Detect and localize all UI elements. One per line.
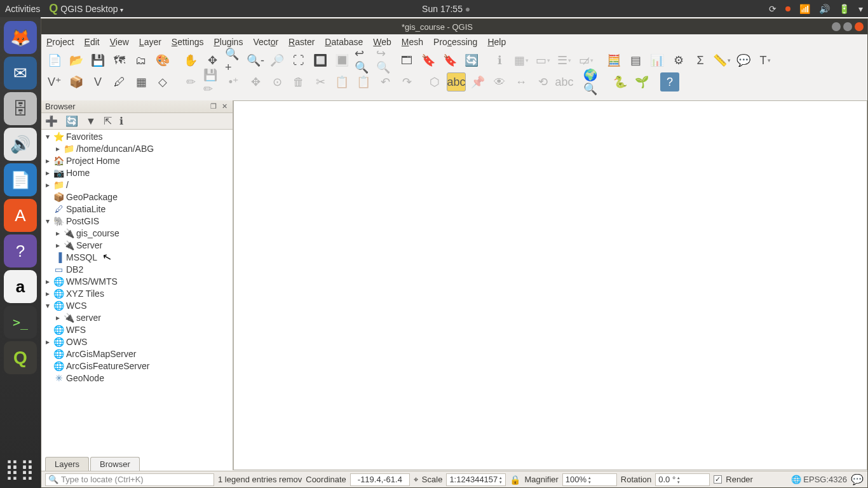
lock-scale-icon[interactable]: 🔒: [510, 475, 520, 485]
menu-edit[interactable]: Edit: [85, 37, 100, 47]
zoom-in-button[interactable]: 🔍+: [224, 51, 243, 70]
launcher-qgis[interactable]: Q: [4, 341, 37, 374]
tree-item-postgis[interactable]: ▾🐘PostGIS: [41, 215, 233, 227]
menu-mesh[interactable]: Mesh: [402, 37, 423, 47]
tab-browser[interactable]: Browser: [90, 457, 140, 471]
launcher-terminal[interactable]: >_: [4, 306, 37, 339]
tree-item-server[interactable]: ▸🔌Server: [41, 239, 233, 251]
move-feature-button[interactable]: ✥: [246, 72, 265, 92]
menu-settings[interactable]: Settings: [172, 37, 204, 47]
stats-button[interactable]: 📊: [648, 51, 667, 70]
volume-icon[interactable]: 🔊: [819, 4, 830, 14]
style-manager-button[interactable]: 🎨: [153, 51, 172, 70]
tree-item-server[interactable]: ▸🔌server: [41, 311, 233, 323]
launcher-rhythmbox[interactable]: 🔊: [4, 128, 37, 161]
refresh-browser-icon[interactable]: 🔄: [65, 115, 78, 127]
mag-input[interactable]: 100%▴▾: [562, 473, 617, 486]
new-print-layout-button[interactable]: 🗺: [110, 51, 129, 70]
rot-input[interactable]: 0.0 °▴▾: [655, 473, 710, 486]
tree-item-wfs[interactable]: 🌐WFS: [41, 323, 233, 336]
expand-icon[interactable]: ▸: [44, 156, 51, 165]
cut-features-button[interactable]: ✂: [311, 72, 330, 92]
statistical-summary-button[interactable]: Σ: [691, 51, 710, 70]
new-virtual-layer-button[interactable]: ◇: [153, 72, 172, 92]
tree-item-spatialite[interactable]: 🖊SpatiaLite: [41, 203, 233, 215]
new-project-button[interactable]: 📄: [45, 51, 64, 70]
digitize-button[interactable]: ⬡: [425, 72, 444, 92]
new-map-view-button[interactable]: 🗔: [397, 51, 416, 70]
expand-icon[interactable]: ▾: [44, 301, 51, 310]
system-menu-icon[interactable]: ▾: [858, 4, 863, 14]
update-indicator-icon[interactable]: [785, 6, 790, 11]
labeling-button[interactable]: abc: [447, 72, 466, 92]
toolbox-button[interactable]: ⚙: [669, 51, 688, 70]
select-features-button[interactable]: ▭: [533, 51, 552, 70]
expand-icon[interactable]: ▸: [44, 277, 51, 286]
tree-item-wms-wmts[interactable]: ▸🌐WMS/WMTS: [41, 275, 233, 287]
expand-icon[interactable]: ▸: [44, 180, 51, 189]
add-vector-layer-button[interactable]: V⁺: [45, 72, 64, 92]
collapse-all-icon[interactable]: ⇱: [104, 115, 112, 127]
launcher-amazon[interactable]: a: [4, 270, 37, 303]
menu-layer[interactable]: Layer: [139, 37, 161, 47]
dropbox-icon[interactable]: ⟳: [769, 4, 776, 14]
expand-icon[interactable]: ▸: [44, 289, 51, 298]
launcher-firefox[interactable]: 🦊: [4, 21, 37, 54]
properties-widget-icon[interactable]: ℹ: [119, 115, 123, 127]
menu-web[interactable]: Web: [373, 37, 391, 47]
new-bookmark-button[interactable]: 🔖: [419, 51, 438, 70]
messages-button[interactable]: 💬: [851, 473, 864, 485]
browser-tree[interactable]: ▾⭐Favorites▸📁/home/duncan/ABG▸🏠Project H…: [41, 130, 233, 470]
browser-panel-title[interactable]: Browser ❐ ✕: [41, 100, 233, 113]
app-menu[interactable]: QQGIS Desktop ▾: [49, 2, 123, 15]
metasearch-button[interactable]: 🌍🔍: [583, 72, 602, 92]
menu-view[interactable]: View: [110, 37, 129, 47]
delete-selected-button[interactable]: 🗑: [289, 72, 308, 92]
open-field-calculator-button[interactable]: ▤: [626, 51, 645, 70]
launcher-writer[interactable]: 📄: [4, 163, 37, 196]
tree-item-geopackage[interactable]: 📦GeoPackage: [41, 191, 233, 203]
expand-icon[interactable]: ▸: [44, 168, 51, 177]
zoom-out-button[interactable]: 🔍-: [246, 51, 265, 70]
text-annotation-button[interactable]: T: [756, 51, 775, 70]
zoom-full-button[interactable]: ⛶: [289, 51, 308, 70]
zoom-native-button[interactable]: 🔎: [268, 51, 287, 70]
tree-item--[interactable]: ▸📁/: [41, 179, 233, 191]
toggle-editing-button[interactable]: ✏: [181, 72, 200, 92]
menu-plugins[interactable]: Plugins: [214, 37, 243, 47]
tree-item-geonode[interactable]: ✳GeoNode: [41, 372, 233, 384]
help-icon[interactable]: ?: [660, 72, 679, 92]
select-by-value-button[interactable]: ☰: [555, 51, 574, 70]
network-icon[interactable]: 📶: [799, 4, 810, 14]
new-memory-layer-button[interactable]: ▦: [132, 72, 151, 92]
expand-icon[interactable]: ▸: [44, 337, 51, 346]
launcher-thunderbird[interactable]: ✉: [4, 57, 37, 90]
render-checkbox[interactable]: ✓: [714, 475, 722, 484]
add-layer-icon[interactable]: ➕: [45, 115, 58, 127]
tree-item--home-duncan-abg[interactable]: ▸📁/home/duncan/ABG: [41, 142, 233, 154]
add-feature-button[interactable]: •⁺: [224, 72, 243, 92]
dock-close-button[interactable]: ✕: [220, 102, 229, 111]
map-canvas[interactable]: [233, 100, 867, 470]
expand-icon[interactable]: ▸: [54, 241, 62, 250]
battery-icon[interactable]: 🔋: [839, 4, 850, 14]
open-attribute-table-button[interactable]: ▦: [512, 51, 531, 70]
tab-layers[interactable]: Layers: [45, 457, 89, 471]
window-maximize-button[interactable]: [843, 22, 852, 31]
tree-item-project-home[interactable]: ▸🏠Project Home: [41, 154, 233, 166]
tree-item-ows[interactable]: ▸🌐OWS: [41, 336, 233, 348]
label-move-button[interactable]: ↔: [512, 72, 531, 92]
field-calculator-button[interactable]: 🧮: [604, 51, 623, 70]
tree-item-favorites[interactable]: ▾⭐Favorites: [41, 130, 233, 142]
expand-icon[interactable]: ▾: [44, 217, 51, 226]
open-project-button[interactable]: 📂: [67, 51, 86, 70]
tree-item-home[interactable]: ▸📷Home: [41, 166, 233, 179]
expand-icon[interactable]: ▾: [44, 132, 51, 141]
window-titlebar[interactable]: *gis_course - QGIS: [41, 19, 867, 34]
redo-button[interactable]: ↷: [397, 72, 416, 92]
label-change-button[interactable]: abc: [555, 72, 574, 92]
filter-browser-icon[interactable]: ▼: [86, 116, 96, 127]
save-edits-button[interactable]: 💾✏: [203, 72, 222, 92]
toggle-extents-icon[interactable]: ⌖: [414, 475, 418, 485]
expand-icon[interactable]: ▸: [54, 313, 62, 322]
